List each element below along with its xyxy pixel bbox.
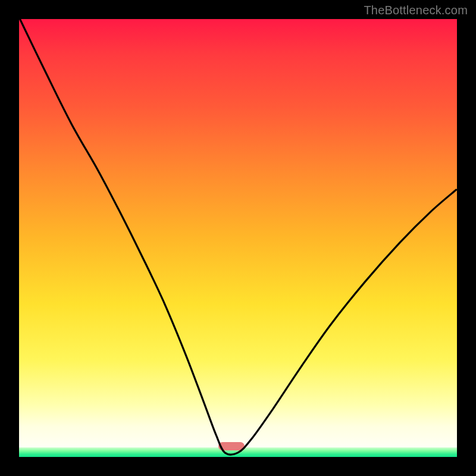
watermark-text: TheBottleneck.com xyxy=(364,4,468,17)
bottleneck-curve xyxy=(19,19,457,457)
plot-area: No axes or tick labels are rendered; x a… xyxy=(19,19,457,457)
chart-frame: No axes or tick labels are rendered; x a… xyxy=(0,0,476,476)
